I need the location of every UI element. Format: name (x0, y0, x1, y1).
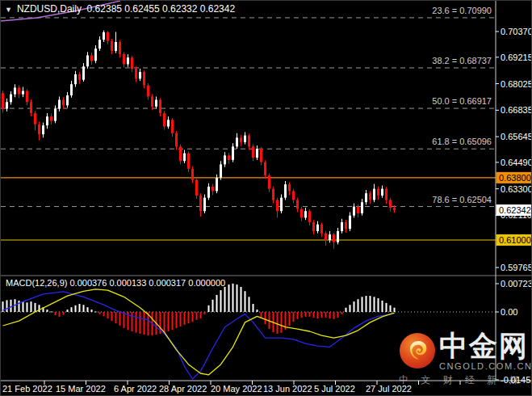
date-axis-label: 28 Apr 2022 (159, 384, 207, 394)
price-axis-label: 0.65645 (501, 132, 532, 141)
price-level-tag-label: 0.61000 (499, 235, 531, 245)
current-price-tag-label: 0.62342 (499, 205, 531, 215)
axis-layer: 0.703700.692150.680250.668350.656450.644… (1, 1, 532, 396)
price-axis-label: 0.68025 (501, 79, 532, 89)
symbol-period-label: NZDUSD,Daily (17, 3, 82, 15)
price-axis-label: 0.59765 (501, 263, 532, 272)
price-axis-label: 0.70370 (501, 27, 532, 36)
mt4-chart-window: 23.6 = 0.7099038.2 = 0.6873750.0 = 0.669… (0, 0, 532, 396)
ohlc-values-label: 0.62385 0.62455 0.62332 0.62342 (87, 3, 236, 15)
macd-indicator-label: MACD(12,26,9) 0.000376 0.000133 0.000317… (6, 278, 225, 288)
date-axis-label: 6 Apr 2022 (114, 384, 157, 394)
date-axis-label: 27 Jul 2022 (366, 384, 412, 394)
collapse-chart-icon[interactable]: ▼ (5, 6, 12, 14)
price-axis-label: 0.66835 (501, 105, 532, 115)
chart-title-bar: ▼NZDUSD,Daily 0.62385 0.62455 0.62332 0.… (5, 3, 235, 15)
macd-axis-label: -0.014529 (501, 375, 532, 385)
date-axis-label: 13 Jun 2022 (263, 384, 312, 394)
date-axis-label: 21 Feb 2022 (2, 384, 52, 394)
price-axis-label: 0.63300 (501, 184, 532, 194)
date-axis-label: 5 Jul 2022 (314, 384, 355, 394)
date-axis-label: 20 May 2022 (211, 384, 262, 394)
price-level-tag-label: 0.63800 (499, 173, 531, 183)
date-axis-label: 15 Mar 2022 (56, 384, 106, 394)
macd-axis-label: 0.00 (501, 307, 517, 317)
price-axis-label: 0.69215 (501, 53, 532, 62)
price-axis-label: 0.64490 (501, 158, 532, 167)
macd-axis-label: 0.007237 (501, 279, 532, 289)
